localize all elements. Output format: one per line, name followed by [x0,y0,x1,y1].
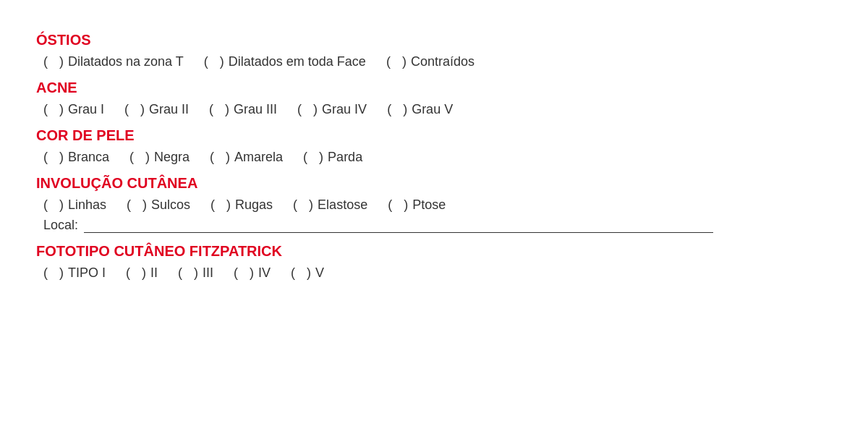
paren-close: ) [307,265,311,281]
option-item-acne-4: ( )Grau V [387,102,453,117]
option-item-acne-2: ( )Grau III [209,102,277,117]
paren-space [393,197,404,213]
option-item-fototipo-1: ( )II [126,265,158,281]
option-item-acne-3: ( )Grau IV [297,102,367,117]
paren-open: ( [210,197,215,213]
paren-open: ( [204,54,208,69]
options-row-ostios: ( )Dilatados na zona T( )Dilatados em to… [36,54,832,69]
paren-space [309,150,319,165]
option-label: Grau II [149,102,189,117]
paren-space [216,150,226,165]
paren-open: ( [178,265,182,281]
option-label: Grau IV [322,102,367,117]
option-label: Grau V [412,102,453,117]
paren-open: ( [293,197,297,213]
section-fototipo: FOTOTIPO CUTÂNEO FITZPATRICK( )TIPO I( )… [36,243,832,281]
option-item-acne-0: ( )Grau I [43,102,104,117]
paren-space [49,54,59,69]
paren-open: ( [43,150,48,165]
option-item-ostios-0: ( )Dilatados na zona T [43,54,184,69]
paren-close: ) [313,102,318,117]
paren-space [239,265,250,281]
option-item-acne-1: ( )Grau II [124,102,189,117]
option-item-involucao-cutanea-2: ( )Rugas [210,197,273,213]
paren-open: ( [127,197,131,213]
option-item-involucao-cutanea-0: ( )Linhas [43,197,106,213]
section-ostios: ÓSTIOS( )Dilatados na zona T( )Dilatados… [36,32,832,69]
option-item-involucao-cutanea-1: ( )Sulcos [127,197,190,213]
paren-close: ) [404,197,408,213]
option-label: Grau III [234,102,277,117]
paren-close: ) [140,102,145,117]
paren-open: ( [124,102,129,117]
paren-close: ) [226,150,230,165]
option-label: V [315,265,324,281]
paren-space [132,197,142,213]
paren-space [392,54,402,69]
section-title-acne: ACNE [36,80,832,96]
option-item-cor-de-pele-0: ( )Branca [43,150,109,165]
paren-space [130,102,140,117]
option-item-cor-de-pele-2: ( )Amarela [210,150,283,165]
paren-open: ( [210,150,214,165]
paren-close: ) [59,150,64,165]
paren-close: ) [225,102,229,117]
paren-close: ) [194,265,198,281]
section-cor-de-pele: COR DE PELE( )Branca( )Negra( )Amarela( … [36,127,832,165]
option-label: Parda [328,150,362,165]
option-item-cor-de-pele-1: ( )Negra [129,150,190,165]
options-row-cor-de-pele: ( )Branca( )Negra( )Amarela( )Parda [36,150,832,165]
section-title-fototipo: FOTOTIPO CUTÂNEO FITZPATRICK [36,243,832,260]
section-title-involucao-cutanea: INVOLUÇÃO CUTÂNEA [36,175,832,192]
paren-open: ( [303,150,307,165]
section-involucao-cutanea: INVOLUÇÃO CUTÂNEA( )Linhas( )Sulcos( )Ru… [36,175,832,233]
option-item-fototipo-0: ( )TIPO I [43,265,106,281]
option-label: IV [258,265,271,281]
paren-close: ) [402,54,407,69]
paren-close: ) [59,265,64,281]
paren-close: ) [142,197,147,213]
option-item-fototipo-2: ( )III [178,265,213,281]
paren-open: ( [43,54,48,69]
option-item-involucao-cutanea-3: ( )Elastose [293,197,367,213]
option-label: II [150,265,158,281]
paren-open: ( [43,197,48,213]
local-input[interactable] [84,217,713,233]
paren-open: ( [388,197,392,213]
option-label: III [203,265,213,281]
option-item-fototipo-4: ( )V [291,265,324,281]
paren-close: ) [250,265,254,281]
option-label: Rugas [235,197,273,213]
option-label: Grau I [68,102,104,117]
paren-space [135,150,145,165]
section-acne: ACNE( )Grau I( )Grau II( )Grau III( )Gra… [36,80,832,117]
option-item-fototipo-3: ( )IV [234,265,271,281]
section-title-ostios: ÓSTIOS [36,32,832,48]
paren-space [49,102,59,117]
option-label: Ptose [412,197,446,213]
paren-open: ( [386,54,391,69]
paren-space [299,197,309,213]
paren-open: ( [43,265,48,281]
paren-space [49,265,59,281]
option-item-ostios-2: ( )Contraídos [386,54,475,69]
option-label: Amarela [234,150,283,165]
paren-open: ( [43,102,48,117]
paren-space [297,265,307,281]
paren-space [303,102,313,117]
option-item-involucao-cutanea-4: ( )Ptose [388,197,446,213]
paren-close: ) [220,54,224,69]
option-item-cor-de-pele-3: ( )Parda [303,150,362,165]
paren-space [393,102,403,117]
option-label: Branca [68,150,109,165]
local-label: Local: [43,218,78,233]
paren-close: ) [319,150,323,165]
paren-close: ) [403,102,407,117]
paren-close: ) [309,197,313,213]
option-label: Dilatados na zona T [68,54,184,69]
paren-close: ) [59,197,64,213]
paren-close: ) [59,102,64,117]
paren-space [49,150,59,165]
option-label: Elastose [318,197,367,213]
paren-space [216,197,226,213]
